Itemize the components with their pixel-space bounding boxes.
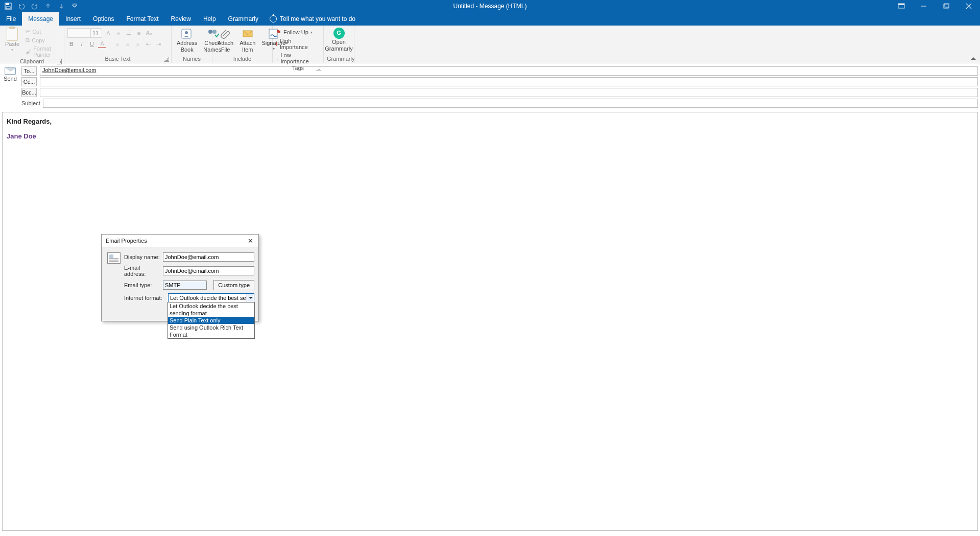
tab-options[interactable]: Options [87,12,120,26]
paste-label: Paste [5,41,19,48]
underline-icon[interactable]: U [88,40,96,48]
quick-access-toolbar [0,2,79,10]
display-name-field[interactable] [163,252,254,262]
chevron-down-icon: ▾ [310,30,313,35]
close-icon[interactable] [958,0,980,12]
addressing-area: Send To... JohnDoe@email.com Cc... Bcc..… [0,63,980,109]
custom-type-button[interactable]: Custom type [213,280,254,290]
clear-format-icon[interactable]: Aₓ [145,29,153,37]
to-recipient-chip[interactable]: JohnDoe@email.com [42,67,96,73]
ribbon-display-icon[interactable] [890,0,913,12]
save-icon[interactable] [4,2,12,10]
high-importance-button[interactable]: !High Importance [276,37,320,51]
svg-point-10 [185,31,188,34]
tab-help[interactable]: Help [197,12,222,26]
tab-insert[interactable]: Insert [59,12,87,26]
low-importance-button[interactable]: ↓Low Importance [276,52,320,65]
font-color-icon[interactable]: A [98,40,106,48]
tab-file[interactable]: File [0,12,22,26]
tab-review[interactable]: Review [165,12,197,26]
address-book-button[interactable]: Address Book [175,27,199,54]
collapse-ribbon-icon[interactable] [970,55,977,62]
format-option[interactable]: Send Plain Text only [168,317,254,324]
bold-icon[interactable]: B [67,40,76,48]
attach-item-button[interactable]: Attach Item [237,27,257,54]
contact-card-icon [107,252,121,264]
paste-button[interactable]: Paste ▾ [3,27,21,54]
body-signature-name: Jane Doe [7,132,973,140]
next-item-icon[interactable] [57,2,65,10]
cut-button[interactable]: ✂Cut [25,28,61,35]
cc-field[interactable] [40,77,978,86]
bcc-button[interactable]: Bcc... [21,88,37,97]
group-clipboard: Paste ▾ ✂Cut ⧉Copy 🖌Format Painter Clipb… [0,26,64,63]
dialog-launcher-icon[interactable] [57,59,62,64]
brush-icon: 🖌 [26,49,31,55]
dialog-close-icon[interactable]: ✕ [246,237,254,245]
attach-file-button[interactable]: Attach File [216,27,235,54]
group-clipboard-label: Clipboard [20,58,44,64]
group-include: Attach File Attach Item Signature ▾ Incl… [212,26,273,63]
tab-message[interactable]: Message [22,12,59,26]
italic-icon[interactable]: I [78,40,86,48]
group-grammarly: G Open Grammarly Grammarly [324,26,354,63]
format-option[interactable]: Let Outlook decide the best sending form… [168,302,254,317]
display-name-label: Display name: [124,254,160,260]
dialog-launcher-icon[interactable] [164,57,169,62]
title-bar: Untitled - Message (HTML) [0,0,980,12]
to-button[interactable]: To... [21,66,37,76]
minimize-icon[interactable] [913,0,935,12]
dialog-launcher-icon[interactable] [316,66,321,71]
lightbulb-icon [270,15,277,22]
flag-icon: ⚑ [276,29,281,36]
bullets-icon[interactable]: ☰ [125,29,133,37]
grow-font-icon[interactable]: A [104,29,112,37]
group-tags-label: Tags [292,65,304,71]
svg-rect-7 [944,4,948,8]
format-option[interactable]: Send using Outlook Rich Text Format [168,324,254,338]
internet-format-combo[interactable] [168,293,254,302]
svg-point-11 [208,30,212,34]
subject-field[interactable] [43,99,978,108]
copy-button[interactable]: ⧉Copy [25,36,61,44]
combo-dropdown-icon[interactable] [247,294,254,302]
window-title: Untitled - Message (HTML) [453,3,527,10]
paste-icon [7,28,18,41]
bcc-field[interactable] [40,88,978,97]
svg-rect-2 [6,7,10,9]
align-right-icon[interactable]: ≡ [134,40,142,48]
open-grammarly-button[interactable]: G Open Grammarly [327,27,351,53]
font-size-combo[interactable] [91,28,102,38]
tab-format-text[interactable]: Format Text [120,12,164,26]
to-field[interactable]: JohnDoe@email.com [40,66,978,76]
numbering-icon[interactable]: ≡ [135,29,143,37]
ribbon: Paste ▾ ✂Cut ⧉Copy 🖌Format Painter Clipb… [0,26,980,63]
down-arrow-icon: ↓ [276,55,279,61]
undo-icon[interactable] [17,2,26,10]
maximize-icon[interactable] [935,0,958,12]
shrink-font-icon[interactable]: A [114,29,123,37]
group-grammarly-label: Grammarly [327,56,354,62]
email-address-field[interactable] [163,266,254,275]
tab-grammarly[interactable]: Grammarly [222,12,265,26]
paperclip-icon [219,28,232,40]
qat-customize-icon[interactable] [70,2,79,10]
message-body[interactable]: Kind Regards, Jane Doe Email Properties … [2,112,978,531]
font-name-combo[interactable] [67,28,91,38]
envelope-icon [5,67,16,75]
copy-icon: ⧉ [26,37,30,43]
increase-indent-icon[interactable]: ⇥ [154,40,162,48]
align-left-icon[interactable]: ≡ [113,40,122,48]
cc-button[interactable]: Cc... [21,77,37,86]
send-button[interactable]: Send [2,66,18,108]
tell-me[interactable]: Tell me what you want to do [270,12,355,26]
follow-up-button[interactable]: ⚑Follow Up▾ [276,28,320,36]
decrease-indent-icon[interactable]: ⇤ [144,40,152,48]
redo-icon[interactable] [31,2,39,10]
email-type-field[interactable] [163,281,207,290]
ribbon-tabs: File Message Insert Options Format Text … [0,12,980,26]
subject-label: Subject [21,100,40,106]
prev-item-icon[interactable] [44,2,52,10]
format-painter-button[interactable]: 🖌Format Painter [25,45,61,58]
align-center-icon[interactable]: ≡ [124,40,132,48]
